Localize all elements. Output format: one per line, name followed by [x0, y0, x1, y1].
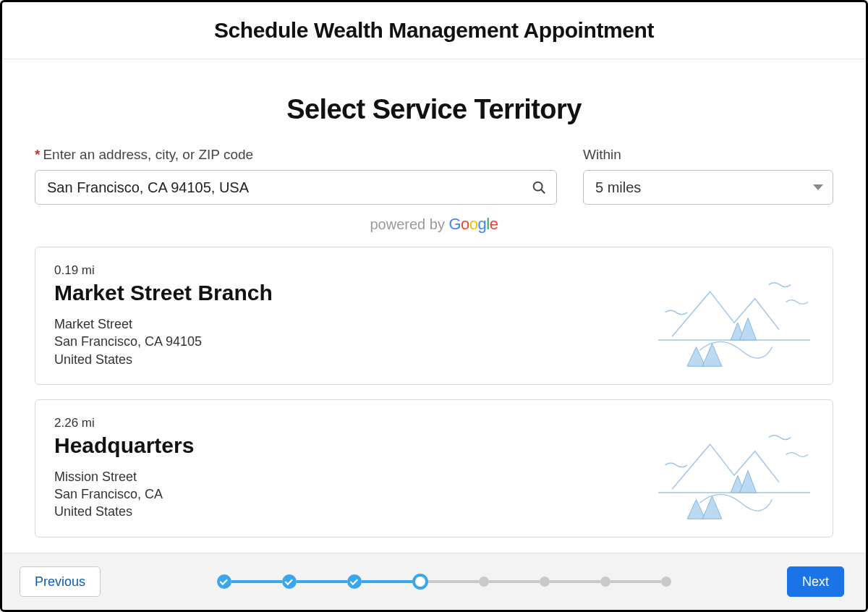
address-line-2: San Francisco, CA	[54, 485, 194, 503]
footer: Previous Next	[2, 553, 866, 610]
section-title: Select Service Territory	[35, 94, 833, 125]
step-line	[362, 580, 412, 583]
previous-button[interactable]: Previous	[20, 566, 101, 597]
controls-row: *Enter an address, city, or ZIP code Wit…	[35, 147, 833, 205]
svg-point-0	[534, 182, 542, 191]
step-dot[interactable]	[217, 574, 231, 589]
google-logo: Google	[448, 215, 498, 233]
within-label: Within	[583, 147, 833, 163]
step-line	[428, 580, 479, 583]
next-button[interactable]: Next	[787, 566, 844, 597]
header: Schedule Wealth Management Appointment	[2, 2, 866, 59]
svg-marker-4	[687, 347, 705, 366]
results-list: 0.19 mi Market Street Branch Market Stre…	[35, 247, 833, 537]
step-dot[interactable]	[412, 574, 428, 590]
step-dot[interactable]	[347, 574, 362, 589]
address-label: *Enter an address, city, or ZIP code	[35, 147, 557, 163]
branch-name: Headquarters	[54, 433, 194, 458]
step-line	[297, 580, 347, 583]
territory-card[interactable]: 2.26 mi Headquarters Mission Street San …	[35, 399, 833, 537]
within-select[interactable]: 5 miles	[583, 170, 833, 205]
required-asterisk: *	[35, 147, 40, 162]
content: Select Service Territory *Enter an addre…	[2, 59, 866, 553]
chevron-down-icon	[813, 184, 823, 190]
address-line-1: Mission Street	[54, 468, 194, 485]
within-select-wrap: 5 miles	[583, 170, 833, 205]
svg-marker-8	[687, 499, 705, 519]
powered-by: powered by Google	[35, 215, 833, 234]
svg-line-1	[541, 190, 545, 193]
address-line-3: United States	[54, 503, 194, 520]
distance: 0.19 mi	[54, 263, 273, 278]
address-line-1: Market Street	[54, 315, 273, 333]
landscape-illustration	[655, 416, 814, 521]
svg-marker-7	[740, 470, 757, 493]
search-icon[interactable]	[531, 179, 547, 195]
stepper	[217, 574, 671, 590]
address-line-3: United States	[54, 351, 273, 368]
step-line	[231, 580, 282, 583]
page-title: Schedule Wealth Management Appointment	[2, 18, 866, 43]
app-frame: Schedule Wealth Management Appointment S…	[0, 0, 868, 612]
step-dot[interactable]	[540, 577, 550, 587]
step-line	[550, 580, 600, 583]
within-field: Within 5 miles	[583, 147, 833, 205]
address-field: *Enter an address, city, or ZIP code	[35, 147, 557, 205]
landscape-illustration	[655, 263, 814, 368]
distance: 2.26 mi	[54, 416, 194, 430]
step-dot[interactable]	[600, 577, 610, 587]
address-line-2: San Francisco, CA 94105	[54, 333, 273, 350]
address-input-wrap	[35, 170, 557, 205]
card-info: 2.26 mi Headquarters Mission Street San …	[54, 416, 194, 521]
address-input[interactable]	[35, 170, 557, 205]
address-label-text: Enter an address, city, or ZIP code	[43, 147, 253, 162]
branch-name: Market Street Branch	[54, 281, 273, 305]
step-line	[610, 580, 661, 583]
territory-card[interactable]: 0.19 mi Market Street Branch Market Stre…	[35, 247, 833, 385]
step-dot[interactable]	[282, 574, 297, 589]
powered-prefix: powered by	[370, 216, 449, 232]
step-dot[interactable]	[479, 577, 489, 587]
step-line	[489, 580, 540, 583]
card-info: 0.19 mi Market Street Branch Market Stre…	[54, 263, 273, 368]
step-dot[interactable]	[661, 577, 671, 587]
svg-marker-3	[740, 318, 757, 340]
